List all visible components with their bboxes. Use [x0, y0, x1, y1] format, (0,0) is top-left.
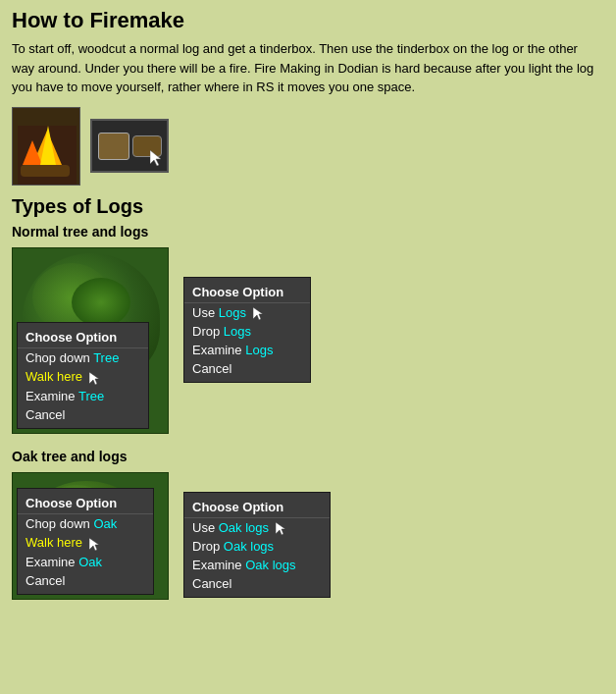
oak-tree-context-menu[interactable]: Choose Option Chop down Oak Walk here Ex…	[17, 488, 154, 594]
page-title: How to Firemake	[12, 8, 604, 33]
tinderbox-image	[90, 119, 169, 173]
fire-image	[12, 107, 80, 186]
svg-marker-3	[89, 538, 99, 551]
oak-tree-label: Oak tree and logs	[12, 449, 604, 464]
oak-tree-menu-cancel[interactable]: Cancel	[18, 571, 153, 590]
normal-tree-context-menu[interactable]: Choose Option Chop down Tree Walk here E…	[17, 322, 149, 428]
tree-menu-chop[interactable]: Chop down Tree	[18, 348, 148, 367]
oak-logs-menu-examine[interactable]: Examine Oak logs	[184, 556, 330, 574]
tree-menu-examine[interactable]: Examine Tree	[18, 387, 148, 405]
types-title: Types of Logs	[12, 195, 604, 218]
logs-menu-drop[interactable]: Drop Logs	[184, 322, 310, 341]
svg-marker-1	[89, 372, 99, 385]
fire-demo-section	[12, 107, 604, 186]
oak-logs-menu-cancel[interactable]: Cancel	[184, 574, 330, 593]
oak-tree-menu-chop[interactable]: Chop down Oak	[18, 514, 153, 533]
oak-tree-section: Choose Option Chop down Oak Walk here Ex…	[12, 472, 604, 600]
oak-logs-menu-title: Choose Option	[184, 497, 330, 518]
logs-menu-examine[interactable]: Examine Logs	[184, 341, 310, 359]
tree-menu-cancel[interactable]: Cancel	[18, 405, 148, 424]
oak-tree-menu-walk[interactable]: Walk here	[18, 533, 153, 552]
logs-menu-use[interactable]: Use Logs	[184, 303, 310, 322]
oak-logs-menu-drop[interactable]: Drop Oak logs	[184, 537, 330, 556]
oak-logs-context-menu[interactable]: Choose Option Use Oak logs Drop Oak logs…	[183, 492, 331, 598]
logs-menu-cancel[interactable]: Cancel	[184, 359, 310, 378]
svg-marker-2	[253, 307, 263, 320]
oak-logs-menu-use[interactable]: Use Oak logs	[184, 518, 330, 537]
intro-text: To start off, woodcut a normal log and g…	[12, 39, 600, 97]
tree-menu-walk[interactable]: Walk here	[18, 367, 148, 386]
oak-tree-menu-title: Choose Option	[18, 493, 153, 514]
normal-logs-context-menu[interactable]: Choose Option Use Logs Drop Logs Examine…	[183, 277, 311, 383]
tree-menu-title: Choose Option	[18, 327, 148, 348]
normal-tree-section: Choose Option Chop down Tree Walk here E…	[12, 247, 604, 434]
svg-marker-0	[150, 150, 161, 166]
oak-tree-menu-examine[interactable]: Examine Oak	[18, 553, 153, 571]
logs-menu-title: Choose Option	[184, 282, 310, 303]
normal-tree-label: Normal tree and logs	[12, 224, 604, 240]
svg-marker-4	[276, 522, 285, 535]
